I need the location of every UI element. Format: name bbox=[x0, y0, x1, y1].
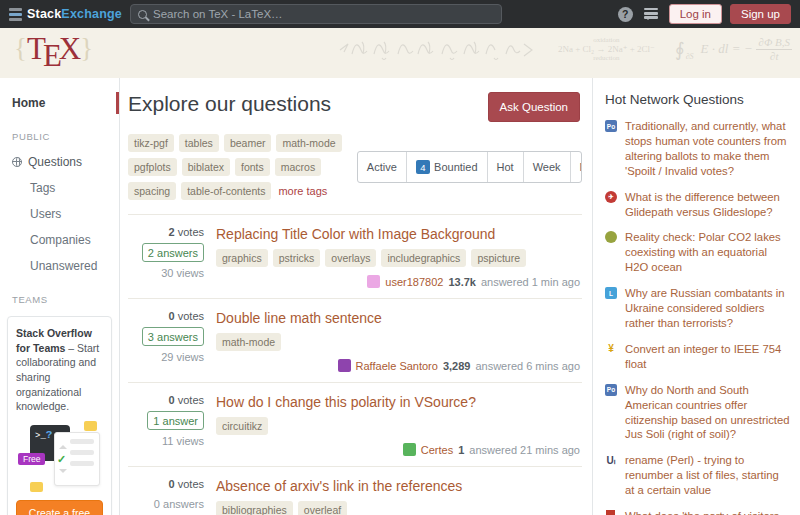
user-reputation: 13.7k bbox=[448, 276, 476, 288]
top-bar: StackExchange ? Log in Sign up bbox=[0, 0, 800, 28]
page-title: Explore our questions bbox=[128, 92, 331, 116]
worldbuilding-icon bbox=[605, 231, 617, 243]
hot-question-link[interactable]: What is the difference between Glidepath… bbox=[625, 190, 790, 220]
question-title-link[interactable]: Double line math sentence bbox=[216, 310, 582, 326]
tag-pill[interactable]: includegraphics bbox=[381, 249, 466, 267]
sidebar-item-users[interactable]: Users bbox=[0, 201, 119, 227]
sidebar-item-questions[interactable]: Questions bbox=[0, 149, 119, 175]
question-stats: 0 votes 0 answers 24 views bbox=[128, 478, 216, 515]
tag-pill[interactable]: biblatex bbox=[182, 158, 230, 176]
question-title-link[interactable]: Absence of arxiv's link in the reference… bbox=[216, 478, 582, 494]
tag-pill[interactable]: bibliographies bbox=[216, 501, 293, 515]
tag-pill[interactable]: math-mode bbox=[216, 333, 281, 351]
questions-main: Explore our questions Ask Question tikz-… bbox=[120, 78, 593, 515]
politics-icon: Po bbox=[605, 384, 617, 396]
questions-label: Questions bbox=[28, 155, 82, 169]
signup-button[interactable]: Sign up bbox=[730, 4, 791, 24]
filter-button[interactable]: Hot bbox=[487, 152, 523, 182]
tag-pill[interactable]: tikz-pgf bbox=[128, 134, 174, 152]
tag-pill[interactable]: pgfplots bbox=[128, 158, 177, 176]
tag-pill[interactable]: circuitikz bbox=[216, 417, 268, 435]
hot-question-link[interactable]: Traditionally, and currently, what stops… bbox=[625, 119, 790, 179]
user-name-link[interactable]: Certes bbox=[421, 444, 453, 456]
hot-question-link[interactable]: Convert an integer to IEEE 754 float bbox=[625, 342, 790, 372]
tag-pill[interactable]: table-of-contents bbox=[181, 182, 271, 200]
tag-pill[interactable]: tables bbox=[179, 134, 219, 152]
hot-question-link[interactable]: What does 'the party of visitors refer t… bbox=[625, 509, 790, 515]
popular-tags: tikz-pgftablesbeamermath-modepgfplotsbib… bbox=[128, 134, 357, 200]
logo-brace: } bbox=[80, 33, 93, 64]
tag-pill[interactable]: overleaf bbox=[298, 501, 347, 515]
filter-button[interactable]: Month bbox=[570, 152, 582, 182]
question-row: 0 votes 0 answers 24 views Absence of ar… bbox=[128, 466, 582, 515]
user-avatar[interactable] bbox=[338, 359, 351, 372]
question-title-link[interactable]: Replacing Title Color with Image Backgro… bbox=[216, 226, 582, 242]
tag-pill[interactable]: beamer bbox=[224, 134, 272, 152]
hot-question-item: ¥ Convert an integer to IEEE 754 float bbox=[605, 342, 790, 372]
hot-question-link[interactable]: Why do North and South American countrie… bbox=[625, 383, 790, 443]
sidebar-item-tags[interactable]: Tags bbox=[0, 175, 119, 201]
tag-pill[interactable]: pspicture bbox=[471, 249, 526, 267]
hot-question-link[interactable]: Reality check: Polar CO2 lakes coexistin… bbox=[625, 230, 790, 275]
sidebar-item-home[interactable]: Home bbox=[0, 90, 119, 116]
filter-group: Active 4 Bountied Hot Week Month bbox=[357, 151, 582, 183]
filter-button[interactable]: Active bbox=[358, 152, 406, 182]
sidebar-item-companies[interactable]: Companies bbox=[0, 227, 119, 253]
question-list: 2 votes 2 answers 30 views Replacing Tit… bbox=[128, 214, 582, 515]
tag-pill[interactable]: graphics bbox=[216, 249, 268, 267]
site-icon-wrap: Uₗ bbox=[605, 453, 618, 498]
tag-pill[interactable]: math-mode bbox=[276, 134, 341, 152]
tag-pill[interactable]: spacing bbox=[128, 182, 176, 200]
question-row: 0 votes 1 answer 11 views How do I chang… bbox=[128, 382, 582, 466]
checklist-icon: ✓ bbox=[54, 432, 100, 486]
hot-question-link[interactable]: rename (Perl) - trying to renumber a lis… bbox=[625, 453, 790, 498]
user-avatar[interactable] bbox=[367, 275, 380, 288]
teams-illustration: >_? Free ✓ bbox=[16, 420, 103, 494]
question-stats: 0 votes 3 answers 29 views bbox=[128, 310, 216, 372]
hot-question-item: ✈ What is the difference between Glidepa… bbox=[605, 190, 790, 220]
question-title-link[interactable]: How do I change this polarity in VSource… bbox=[216, 394, 582, 410]
filter-button[interactable]: Week bbox=[523, 152, 570, 182]
user-avatar[interactable] bbox=[403, 443, 416, 456]
question-summary: Double line math sentence math-mode Raff… bbox=[216, 310, 582, 372]
vote-count: 0 votes bbox=[169, 394, 204, 406]
answer-count: 1 answer bbox=[147, 411, 204, 430]
tag-pill[interactable]: pstricks bbox=[273, 249, 321, 267]
tag-pill[interactable]: fonts bbox=[235, 158, 270, 176]
filter-button[interactable]: 4 Bountied bbox=[406, 152, 487, 182]
question-tags: bibliographiesoverleaf bbox=[216, 501, 582, 515]
question-summary: How do I change this polarity in VSource… bbox=[216, 394, 582, 456]
chat-bubble-icon bbox=[84, 421, 97, 431]
tag-pill[interactable]: macros bbox=[275, 158, 321, 176]
tex-site-logo[interactable]: { TEX } bbox=[14, 31, 93, 67]
stackexchange-logo[interactable]: StackExchange bbox=[9, 7, 122, 21]
help-icon[interactable]: ? bbox=[618, 7, 633, 22]
filter-label: Hot bbox=[497, 161, 514, 173]
free-badge: Free bbox=[18, 453, 45, 465]
question-summary: Absence of arxiv's link in the reference… bbox=[216, 478, 582, 515]
hot-question-link[interactable]: Why are Russian combatants in Ukraine co… bbox=[625, 286, 790, 331]
tag-pill[interactable]: overlays bbox=[325, 249, 376, 267]
user-name-link[interactable]: Raffaele Santoro bbox=[356, 360, 438, 372]
sidebar-item-unanswered[interactable]: Unanswered bbox=[0, 253, 119, 279]
content-area: Home PUBLIC Questions Tags Users Compani… bbox=[0, 78, 800, 515]
activity-time: answered 21 mins ago bbox=[469, 444, 580, 456]
user-reputation: 3,289 bbox=[443, 360, 471, 372]
ask-question-button[interactable]: Ask Question bbox=[488, 92, 580, 122]
search-box[interactable] bbox=[130, 4, 502, 24]
bountied-count-badge: 4 bbox=[416, 160, 430, 174]
stacked-layers-icon bbox=[9, 8, 22, 21]
question-user-line: user187802 13.7k answered 1 min ago bbox=[216, 267, 580, 288]
login-button[interactable]: Log in bbox=[669, 4, 722, 24]
search-icon bbox=[138, 10, 147, 19]
site-switcher-icon[interactable] bbox=[644, 8, 658, 20]
english-language-learners-icon bbox=[606, 510, 615, 515]
user-name-link[interactable]: user187802 bbox=[385, 276, 443, 288]
more-tags-link[interactable]: more tags bbox=[276, 182, 329, 200]
law-icon: L bbox=[605, 287, 617, 299]
activity-time: answered 1 min ago bbox=[481, 276, 580, 288]
teams-promo-text: Stack Overflow for Teams – Start collabo… bbox=[16, 326, 103, 414]
create-team-button[interactable]: Create a free Team bbox=[16, 500, 103, 515]
search-input[interactable] bbox=[153, 8, 494, 20]
site-icon-wrap: Po bbox=[605, 383, 618, 443]
